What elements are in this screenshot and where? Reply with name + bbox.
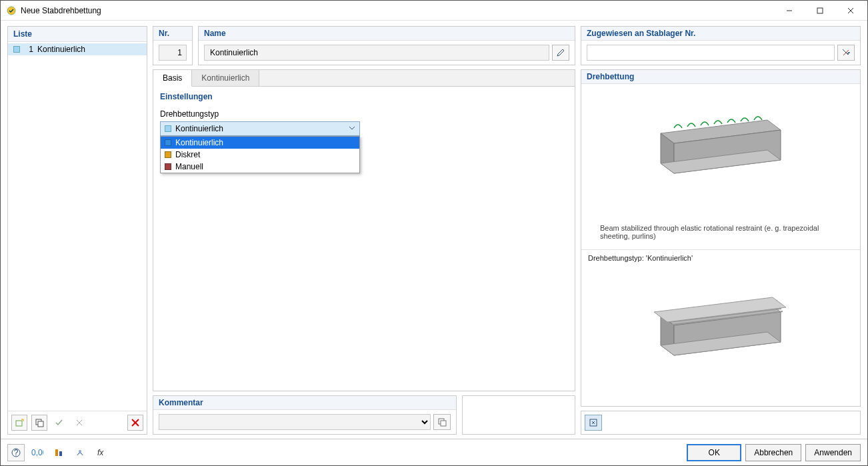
type-swatch-icon — [165, 125, 171, 132]
preview-title: Drehbettung — [581, 70, 860, 84]
edit-name-button[interactable] — [552, 45, 569, 61]
tool3-button[interactable]: fx — [93, 444, 110, 461]
option-label: Manuell — [175, 162, 203, 171]
list-item-label: Kontinuierlich — [37, 45, 85, 54]
assigned-label: Zugewiesen an Stablager Nr. — [581, 27, 860, 41]
assigned-group: Zugewiesen an Stablager Nr. — [581, 26, 861, 65]
svg-rect-5 — [16, 421, 22, 426]
tool2-button[interactable] — [71, 444, 89, 461]
option-swatch-icon — [165, 163, 171, 170]
list-item-swatch — [13, 46, 20, 53]
preview-panel: Drehbettung — [581, 69, 861, 407]
svg-point-33 — [79, 450, 81, 453]
svg-rect-12 — [441, 421, 446, 426]
tabs-container: Basis Kontinuierlich Einstellungen Drehb… — [153, 69, 575, 391]
svg-rect-31 — [55, 449, 58, 456]
type-selected: Kontinuierlich — [175, 124, 223, 133]
svg-rect-32 — [59, 451, 62, 456]
ok-button[interactable]: OK — [687, 444, 741, 461]
preview-type-label: Drehbettungstyp: 'Kontinuierlich' — [581, 249, 860, 266]
nr-label: Nr. — [153, 27, 192, 41]
preview-image-bottom — [581, 266, 860, 406]
exclude-button[interactable] — [71, 415, 87, 431]
units-button[interactable]: 0,00 — [29, 444, 46, 461]
dropdown-option-diskret[interactable]: Diskret — [161, 149, 359, 161]
comment-title: Kommentar — [153, 396, 456, 410]
preview-settings-button[interactable] — [585, 415, 602, 431]
copy-item-button[interactable] — [31, 415, 47, 431]
option-label: Diskret — [175, 150, 200, 159]
svg-text:?: ? — [14, 448, 19, 457]
aux-group — [462, 395, 575, 435]
tab-kontinuierlich[interactable]: Kontinuierlich — [192, 70, 259, 86]
include-button[interactable] — [51, 415, 67, 431]
option-swatch-icon — [165, 151, 171, 158]
list-body: 1 Kontinuierlich — [8, 42, 147, 411]
preview-toolbar — [581, 411, 861, 435]
cancel-button[interactable]: Abbrechen — [745, 444, 801, 461]
list-item-num: 1 — [24, 45, 33, 54]
dropdown-option-manuell[interactable]: Manuell — [161, 161, 359, 173]
option-swatch-icon — [165, 139, 171, 146]
tool1-button[interactable] — [50, 444, 67, 461]
dropdown-option-kontinuierlich[interactable]: Kontinuierlich — [161, 137, 359, 149]
preview-image-top — [581, 84, 860, 224]
maximize-button[interactable] — [805, 1, 835, 21]
assigned-input[interactable] — [587, 45, 835, 61]
pick-member-button[interactable] — [837, 45, 855, 61]
apply-button[interactable]: Anwenden — [805, 444, 861, 461]
option-label: Kontinuierlich — [175, 138, 223, 147]
name-input[interactable] — [204, 45, 549, 61]
comment-input[interactable] — [159, 414, 431, 430]
preview-caption: Beam stabilized through elastic rotation… — [581, 224, 860, 249]
nr-group: Nr. — [153, 26, 193, 65]
type-dropdown: Kontinuierlich Diskret Manuell — [160, 136, 360, 173]
app-icon — [6, 5, 17, 16]
svg-rect-7 — [38, 421, 43, 427]
list-header: Liste — [8, 27, 147, 42]
close-button[interactable] — [835, 1, 866, 21]
comment-library-button[interactable] — [433, 414, 451, 430]
list-panel: Liste 1 Kontinuierlich — [7, 26, 147, 435]
name-label: Name — [199, 27, 575, 41]
list-item[interactable]: 1 Kontinuierlich — [8, 43, 147, 55]
minimize-button[interactable] — [774, 1, 805, 21]
help-button[interactable]: ? — [7, 444, 25, 461]
chevron-down-icon — [349, 124, 355, 133]
window-title: Neue Stabdrehbettung — [21, 6, 774, 15]
footer: ? 0,00 fx OK Abbrechen Anwenden — [1, 439, 867, 465]
comment-group: Kommentar — [153, 395, 457, 435]
delete-item-button[interactable] — [127, 415, 143, 431]
tab-basis[interactable]: Basis — [153, 70, 192, 87]
type-label: Drehbettungstyp — [160, 109, 568, 119]
type-combobox[interactable]: Kontinuierlich — [160, 121, 360, 136]
name-group: Name — [198, 26, 575, 65]
settings-title: Einstellungen — [153, 87, 575, 104]
svg-text:0,00: 0,00 — [31, 448, 43, 457]
list-toolbar — [8, 411, 147, 434]
nr-input[interactable] — [159, 45, 187, 61]
titlebar: Neue Stabdrehbettung — [1, 1, 867, 21]
new-item-button[interactable] — [11, 415, 27, 431]
svg-text:fx: fx — [97, 448, 104, 457]
svg-rect-2 — [817, 8, 823, 13]
